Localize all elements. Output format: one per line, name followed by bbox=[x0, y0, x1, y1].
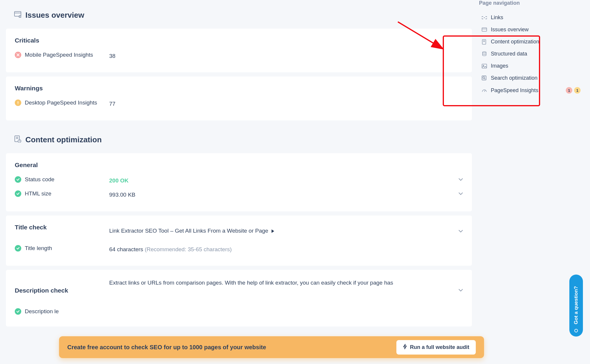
chevron-down-icon[interactable] bbox=[451, 190, 463, 197]
general-card: General Status code 200 OK bbox=[6, 153, 472, 211]
critical-row[interactable]: Mobile PageSpeed Insights 38 bbox=[15, 52, 463, 61]
description-check-row[interactable]: Description check Extract links or URLs … bbox=[15, 278, 463, 302]
badge-warning: 1 bbox=[574, 87, 581, 94]
svg-text:i: i bbox=[20, 16, 20, 18]
warnings-heading: Warnings bbox=[15, 85, 463, 92]
title-text: Link Extractor SEO Tool – Get All Links … bbox=[109, 228, 268, 234]
speed-icon bbox=[481, 88, 487, 92]
badge-critical: 1 bbox=[566, 87, 572, 94]
nav-item-pagespeed[interactable]: PageSpeed Insights 1 1 bbox=[478, 84, 584, 97]
criticals-card: Criticals Mobile PageSpeed Insights 38 bbox=[6, 29, 472, 72]
svg-line-20 bbox=[485, 78, 486, 79]
got-a-question-tab[interactable]: Got a question? bbox=[569, 275, 583, 337]
criticals-heading: Criticals bbox=[15, 37, 463, 44]
warning-icon bbox=[15, 99, 21, 106]
banner-text: Create free account to check SEO for up … bbox=[67, 344, 266, 351]
question-tab-label: Got a question? bbox=[573, 286, 579, 324]
nav-label: Search optimization bbox=[491, 75, 537, 81]
description-length-row: Description le bbox=[15, 308, 463, 315]
nav-label: Images bbox=[491, 63, 508, 69]
nav-item-content-optimization[interactable]: Content optimization bbox=[478, 36, 584, 48]
lightning-icon bbox=[403, 344, 407, 351]
chevron-down-icon[interactable] bbox=[451, 278, 463, 293]
title-check-header-row[interactable]: Title check Link Extractor SEO Tool – Ge… bbox=[15, 224, 463, 239]
status-code-label: Status code bbox=[25, 176, 54, 183]
warning-row[interactable]: Desktop PageSpeed Insights 77 bbox=[15, 99, 463, 108]
title-check-heading: Title check bbox=[15, 224, 109, 231]
warning-label: Desktop PageSpeed Insights bbox=[25, 99, 97, 106]
search-icon bbox=[481, 76, 487, 81]
check-icon bbox=[15, 245, 21, 252]
title-length-value: 64 characters bbox=[109, 246, 143, 252]
issues-overview-title: Issues overview bbox=[25, 11, 84, 20]
critical-label: Mobile PageSpeed Insights bbox=[25, 52, 93, 58]
issues-icon: i bbox=[14, 11, 21, 19]
title-length-row: Title length 64 characters (Recommended:… bbox=[15, 245, 463, 254]
html-size-label: HTML size bbox=[25, 190, 51, 197]
nav-item-issues[interactable]: Issues overview bbox=[478, 24, 584, 36]
image-icon bbox=[481, 64, 487, 68]
content-icon bbox=[481, 39, 487, 45]
critical-value: 38 bbox=[109, 52, 463, 61]
description-check-heading: Description check bbox=[15, 287, 109, 294]
check-icon bbox=[15, 190, 21, 197]
svg-rect-18 bbox=[482, 76, 486, 80]
nav-label: Links bbox=[491, 14, 503, 21]
status-code-row[interactable]: Status code 200 OK bbox=[15, 176, 463, 185]
warning-value: 77 bbox=[109, 99, 463, 108]
run-audit-button[interactable]: Run a full website audit bbox=[396, 340, 476, 355]
database-icon bbox=[481, 51, 487, 57]
warnings-card: Warnings Desktop PageSpeed Insights 77 bbox=[6, 76, 472, 120]
title-length-label: Title length bbox=[25, 245, 52, 252]
nav-label: Issues overview bbox=[491, 27, 529, 33]
nav-label: PageSpeed Insights bbox=[491, 87, 538, 94]
play-icon bbox=[272, 229, 274, 233]
svg-line-21 bbox=[484, 90, 485, 92]
nav-item-links[interactable]: Links bbox=[478, 12, 584, 24]
issues-overview-header: i Issues overview bbox=[6, 0, 472, 29]
check-icon bbox=[15, 176, 21, 183]
cta-banner: Create free account to check SEO for up … bbox=[59, 336, 484, 358]
issues-icon bbox=[481, 27, 487, 32]
check-icon bbox=[15, 308, 21, 315]
nav-item-images[interactable]: Images bbox=[478, 60, 584, 72]
svg-point-5 bbox=[18, 104, 18, 104]
html-size-value: 993.00 KB bbox=[109, 190, 451, 199]
chevron-down-icon[interactable] bbox=[451, 228, 463, 234]
nav-item-structured-data[interactable]: Structured data bbox=[478, 48, 584, 60]
title-check-card: Title check Link Extractor SEO Tool – Ge… bbox=[6, 216, 472, 266]
nav-label: Content optimization bbox=[491, 39, 539, 45]
description-text: Extract links or URLs from comparison pa… bbox=[109, 278, 451, 287]
page-navigation-title: Page navigation bbox=[479, 0, 584, 6]
svg-rect-12 bbox=[482, 40, 486, 44]
description-length-label: Description le bbox=[25, 308, 59, 315]
svg-rect-16 bbox=[482, 64, 487, 68]
description-check-card: Description check Extract links or URLs … bbox=[6, 270, 472, 327]
chevron-down-icon[interactable] bbox=[451, 176, 463, 182]
content-optimization-title: Content optimization bbox=[25, 135, 102, 144]
content-icon bbox=[14, 136, 21, 144]
svg-rect-10 bbox=[482, 28, 487, 31]
nav-label: Structured data bbox=[491, 51, 527, 57]
circle-icon bbox=[574, 329, 578, 332]
title-length-recommended: (Recommended: 35-65 characters) bbox=[145, 246, 232, 252]
content-optimization-header: Content optimization bbox=[6, 125, 472, 153]
svg-point-15 bbox=[483, 52, 486, 53]
link-icon bbox=[481, 16, 487, 19]
banner-button-label: Run a full website audit bbox=[410, 344, 469, 350]
status-code-value: 200 OK bbox=[109, 177, 128, 184]
critical-icon bbox=[15, 52, 21, 58]
nav-item-search-optimization[interactable]: Search optimization bbox=[478, 72, 584, 84]
general-heading: General bbox=[15, 161, 463, 169]
svg-point-19 bbox=[483, 77, 485, 79]
html-size-row[interactable]: HTML size 993.00 KB bbox=[15, 190, 463, 199]
